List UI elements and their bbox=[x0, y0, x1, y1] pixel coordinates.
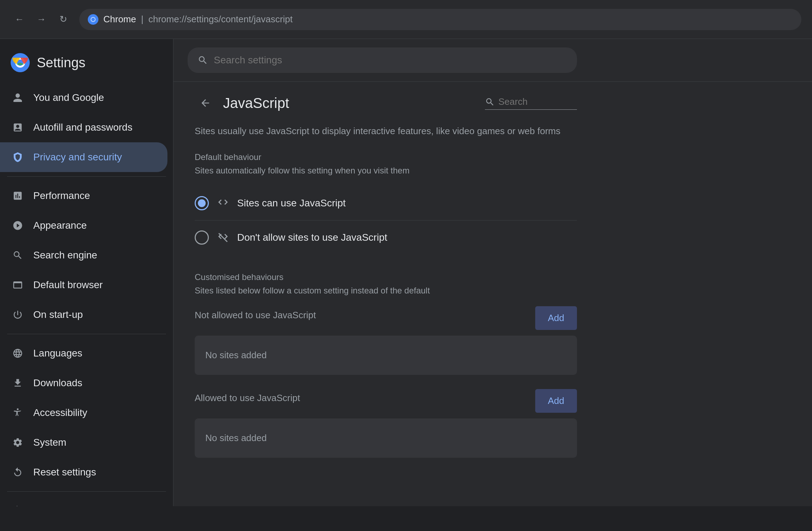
performance-label: Performance bbox=[33, 190, 90, 201]
allowed-block: Allowed to use JavaScript Add No sites a… bbox=[195, 389, 577, 458]
sidebar-item-privacy-security[interactable]: Privacy and security bbox=[0, 142, 167, 172]
reset-settings-icon bbox=[11, 465, 25, 479]
allowed-header: Allowed to use JavaScript Add bbox=[195, 389, 577, 413]
sidebar-item-appearance[interactable]: Appearance bbox=[0, 211, 167, 240]
default-behaviour-title: Default behaviour bbox=[195, 152, 577, 162]
default-behaviour-subtitle: Sites automatically follow this setting … bbox=[195, 166, 577, 176]
option-dont-allow[interactable]: Don't allow sites to use JavaScript bbox=[195, 221, 577, 255]
performance-icon bbox=[11, 189, 25, 203]
settings-search-bar bbox=[173, 39, 812, 82]
reload-button[interactable]: ↻ bbox=[55, 11, 72, 28]
default-browser-label: Default browser bbox=[33, 279, 103, 291]
downloads-label: Downloads bbox=[33, 377, 82, 389]
default-browser-icon bbox=[11, 278, 25, 292]
you-google-icon bbox=[11, 91, 25, 105]
you-google-label: You and Google bbox=[33, 92, 104, 103]
js-code-icon bbox=[216, 196, 230, 210]
downloads-icon bbox=[11, 376, 25, 390]
sidebar-item-on-startup[interactable]: On start-up bbox=[0, 300, 167, 330]
radio-dont-allow bbox=[195, 230, 209, 245]
sidebar-item-autofill[interactable]: Autofill and passwords bbox=[0, 113, 167, 142]
sidebar-item-search-engine[interactable]: Search engine bbox=[0, 240, 167, 270]
search-icon bbox=[198, 55, 208, 65]
allowed-label: Allowed to use JavaScript bbox=[195, 393, 300, 404]
privacy-security-icon bbox=[11, 150, 25, 164]
languages-label: Languages bbox=[33, 348, 82, 359]
content-area: JavaScript Sites usually use JavaScript … bbox=[173, 39, 812, 506]
option-dont-allow-label: Don't allow sites to use JavaScript bbox=[237, 232, 387, 243]
address-bar[interactable]: Chrome | chrome://settings/content/javas… bbox=[79, 9, 801, 30]
on-startup-label: On start-up bbox=[33, 309, 83, 320]
languages-icon bbox=[11, 346, 25, 360]
sidebar-item-accessibility[interactable]: Accessibility bbox=[0, 398, 167, 428]
search-engine-label: Search engine bbox=[33, 250, 97, 261]
appearance-icon bbox=[11, 218, 25, 233]
allowed-sites-list: No sites added bbox=[195, 418, 577, 458]
sidebar-item-default-browser[interactable]: Default browser bbox=[0, 270, 167, 300]
js-description: Sites usually use JavaScript to display … bbox=[195, 124, 577, 138]
page-search-icon bbox=[485, 97, 495, 107]
js-blocked-icon bbox=[216, 230, 230, 245]
forward-button[interactable]: → bbox=[33, 11, 50, 28]
back-button[interactable]: ← bbox=[11, 11, 28, 28]
sidebar-items-container: You and GoogleAutofill and passwordsPriv… bbox=[0, 83, 173, 506]
settings-header: Settings bbox=[0, 46, 173, 83]
reset-settings-label: Reset settings bbox=[33, 467, 96, 478]
chrome-logo-icon bbox=[11, 53, 30, 72]
sidebar-item-extensions[interactable]: Extensions bbox=[0, 496, 167, 506]
autofill-icon bbox=[11, 120, 25, 135]
extensions-icon bbox=[11, 504, 25, 506]
sidebar-item-languages[interactable]: Languages bbox=[0, 338, 167, 368]
not-allowed-sites-list: No sites added bbox=[195, 336, 577, 375]
not-allowed-no-sites: No sites added bbox=[195, 339, 577, 371]
default-behaviour-section: Default behaviour Sites automatically fo… bbox=[195, 152, 577, 255]
svg-point-4 bbox=[17, 409, 19, 410]
sidebar-divider bbox=[7, 176, 166, 177]
search-input-wrap[interactable] bbox=[188, 47, 577, 73]
system-icon bbox=[11, 435, 25, 450]
favicon bbox=[88, 14, 98, 25]
js-page-title: JavaScript bbox=[223, 95, 485, 111]
main-layout: Settings You and GoogleAutofill and pass… bbox=[0, 39, 812, 506]
radio-sites-can-use bbox=[195, 196, 209, 210]
js-back-button[interactable] bbox=[195, 92, 216, 114]
sidebar-divider bbox=[7, 334, 166, 334]
option-sites-can-use[interactable]: Sites can use JavaScript bbox=[195, 186, 577, 221]
sidebar-item-performance[interactable]: Performance bbox=[0, 181, 167, 211]
browser-chrome: ← → ↻ Chrome | chrome://settings/content… bbox=[0, 0, 812, 39]
allowed-add-button[interactable]: Add bbox=[535, 389, 577, 413]
sidebar-divider bbox=[7, 491, 166, 492]
not-allowed-label: Not allowed to use JavaScript bbox=[195, 310, 316, 321]
sidebar-item-you-google[interactable]: You and Google bbox=[0, 83, 167, 113]
search-input[interactable] bbox=[214, 55, 567, 66]
page-search-input[interactable] bbox=[498, 96, 569, 107]
customised-section: Customised behaviours Sites listed below… bbox=[195, 272, 577, 458]
not-allowed-add-button[interactable]: Add bbox=[535, 306, 577, 330]
search-engine-icon bbox=[11, 248, 25, 262]
js-content: JavaScript Sites usually use JavaScript … bbox=[173, 82, 598, 483]
address-url: chrome://settings/content/javascript bbox=[148, 14, 293, 25]
on-startup-icon bbox=[11, 308, 25, 322]
accessibility-label: Accessibility bbox=[33, 407, 87, 418]
option-sites-can-use-label: Sites can use JavaScript bbox=[237, 198, 346, 209]
sidebar-item-reset-settings[interactable]: Reset settings bbox=[0, 457, 167, 487]
customised-title: Customised behaviours bbox=[195, 272, 577, 282]
appearance-label: Appearance bbox=[33, 220, 87, 231]
privacy-security-label: Privacy and security bbox=[33, 152, 122, 163]
sidebar-item-system[interactable]: System bbox=[0, 428, 167, 457]
accessibility-icon bbox=[11, 406, 25, 420]
nav-buttons: ← → ↻ bbox=[11, 11, 72, 28]
page-search[interactable] bbox=[485, 96, 577, 110]
sidebar: Settings You and GoogleAutofill and pass… bbox=[0, 39, 173, 506]
sidebar-item-downloads[interactable]: Downloads bbox=[0, 368, 167, 398]
js-page-header: JavaScript bbox=[195, 92, 577, 114]
settings-title: Settings bbox=[37, 55, 85, 70]
system-label: System bbox=[33, 437, 66, 448]
address-prefix: Chrome bbox=[103, 14, 136, 25]
allowed-no-sites: No sites added bbox=[195, 422, 577, 454]
customised-subtitle: Sites listed below follow a custom setti… bbox=[195, 286, 577, 296]
not-allowed-header: Not allowed to use JavaScript Add bbox=[195, 306, 577, 330]
autofill-label: Autofill and passwords bbox=[33, 122, 132, 133]
extensions-label: Extensions bbox=[33, 505, 82, 506]
address-separator: | bbox=[141, 14, 143, 25]
